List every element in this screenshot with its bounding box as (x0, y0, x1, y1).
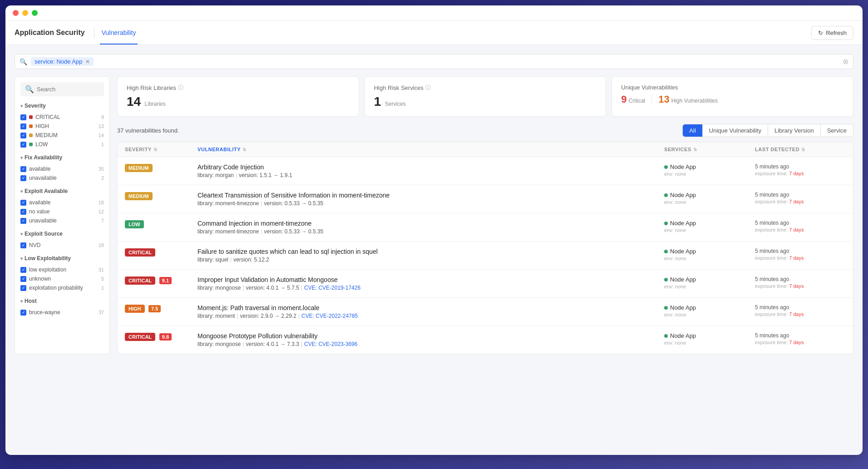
severity-section-title[interactable]: ▾ Severity (20, 103, 104, 109)
view-tab-library-version[interactable]: Library Version (768, 124, 821, 137)
cve-link[interactable]: CVE: CVE-2022-24785 (301, 313, 358, 319)
services-sort-icon: ⇅ (693, 147, 697, 152)
view-tab-all[interactable]: All (683, 124, 702, 137)
vuln-version: version: 0.5.33 → 0.5.35 (264, 228, 324, 235)
critical-label: CRITICAL (35, 114, 60, 120)
view-tabs: All Unique Vulnerability Library Version… (682, 124, 853, 137)
stats-row: High Risk Libraries ⓘ 14 Libraries High … (117, 76, 853, 117)
uv-high-label: High Vulnerabilities (671, 98, 718, 104)
exploit-section-title[interactable]: ▾ Exploit Available (20, 188, 104, 194)
content-area: 🔍 ▾ Severity CRITICAL (15, 76, 853, 354)
uv-high: 13 High Vulnerabilities (658, 94, 718, 105)
libraries-label: Libraries (145, 101, 166, 107)
nvd-label: NVD (29, 242, 40, 248)
row5-vuln: Improper Input Validation in Automattic … (197, 276, 664, 291)
fix-unavailable-checkbox[interactable] (20, 175, 26, 181)
vuln-table: SEVERITY ⇅ VULNERABILITY ⇅ SERVICES ⇅ LA… (117, 142, 853, 354)
table-row[interactable]: MEDIUM Arbitrary Code Injection library:… (118, 157, 853, 185)
vuln-version: version: 0.5.33 → 0.5.35 (264, 200, 324, 207)
service-name: Node App (664, 304, 755, 311)
low-exploit-section-title[interactable]: ▾ Low Exploitability (20, 255, 104, 262)
maximize-dot[interactable] (32, 10, 38, 16)
minimize-dot[interactable] (22, 10, 28, 16)
exploit-unavailable-checkbox[interactable] (20, 218, 26, 224)
view-tab-service[interactable]: Service (821, 124, 853, 137)
exposure-time: exposure time: 7 days (755, 199, 846, 204)
fix-available-checkbox[interactable] (20, 166, 26, 172)
exploit-chevron: ▾ (20, 189, 23, 194)
unique-vulns-title-text: Unique Vulnerabilities (621, 84, 678, 91)
table-row[interactable]: CRITICAL 9.1 Improper Input Validation i… (118, 270, 853, 298)
table-row[interactable]: CRITICAL Failure to sanitize quotes whic… (118, 242, 853, 270)
vuln-name: Improper Input Validation in Automattic … (197, 276, 664, 283)
filter-section-low-exploit: ▾ Low Exploitability low exploitation 31 (20, 255, 104, 292)
table-row[interactable]: LOW Command Injection in moment-timezone… (118, 213, 853, 242)
row3-service: Node App env: none (664, 220, 755, 233)
exploit-available-checkbox[interactable] (20, 200, 26, 206)
filter-section-host: ▾ Host bruce-wayne 37 (20, 298, 104, 317)
detected-time: 5 minutes ago (755, 163, 846, 170)
vuln-meta: library: moment-timezone | version: 0.5.… (197, 228, 664, 235)
row1-service: Node App env: none (664, 163, 755, 177)
nvd-checkbox[interactable] (20, 242, 26, 248)
critical-dot (29, 115, 33, 119)
vuln-version: version: 4.0.1 → 5.7.5 (246, 285, 299, 291)
header-divider (94, 27, 94, 38)
service-status-dot (664, 334, 668, 338)
fix-section-title[interactable]: ▾ Fix Availability (20, 154, 104, 161)
source-section-title[interactable]: ▾ Exploit Source (20, 231, 104, 237)
bruce-wayne-left: bruce-wayne (20, 309, 60, 316)
uv-critical: 9 Critical (621, 94, 645, 105)
exploit-novalue-checkbox[interactable] (20, 209, 26, 215)
exposure-time: exposure time: 7 days (755, 283, 846, 289)
row5-detected: 5 minutes ago exposure time: 7 days (755, 276, 846, 289)
search-tag-remove[interactable]: ✕ (85, 59, 90, 65)
host-section-title[interactable]: ▾ Host (20, 298, 104, 304)
results-count: 37 vulnerabilities found. (117, 127, 179, 134)
filter-low-checkbox[interactable] (20, 142, 26, 148)
source-chevron: ▾ (20, 232, 23, 237)
severity-label: Severity (25, 103, 46, 109)
meta-sep2: | (298, 313, 300, 319)
vuln-lib: library: mongoose (197, 341, 241, 347)
fix-unavailable-left: unavailable (20, 175, 57, 181)
view-tab-unique-vuln[interactable]: Unique Vulnerability (703, 124, 768, 137)
unknown-checkbox[interactable] (20, 276, 26, 282)
th-severity[interactable]: SEVERITY ⇅ (125, 147, 197, 152)
th-services[interactable]: SERVICES ⇅ (664, 147, 755, 152)
th-last-detected[interactable]: LAST DETECTED ⇅ (755, 147, 846, 152)
unique-vuln-values: 9 Critical 13 High Vulnerabilities (621, 94, 844, 105)
source-label: Exploit Source (25, 231, 63, 237)
th-vulnerability[interactable]: VULNERABILITY ⇅ (197, 147, 664, 152)
meta-sep: | (236, 172, 237, 178)
table-row[interactable]: MEDIUM Cleartext Transmission of Sensiti… (118, 185, 853, 213)
right-panel: High Risk Libraries ⓘ 14 Libraries High … (117, 76, 853, 354)
uv-critical-label: Critical (629, 98, 646, 104)
row4-severity: CRITICAL (125, 248, 197, 257)
service-env: env: none (664, 227, 755, 233)
filter-unknown: unknown 5 (20, 274, 104, 283)
exploit-available-left: available (20, 199, 50, 206)
filter-medium-checkbox[interactable] (20, 133, 26, 138)
sidebar-search-bar[interactable]: 🔍 (20, 82, 104, 96)
filter-section-source: ▾ Exploit Source NVD 18 (20, 231, 104, 250)
search-main-icon: 🔍 (20, 58, 27, 65)
cve-link[interactable]: CVE: CVE-2023-3696 (304, 341, 357, 347)
table-row[interactable]: CRITICAL 9.8 Mongoose Prototype Pollutio… (118, 326, 853, 354)
service-name: Node App (664, 332, 755, 339)
tab-vulnerability[interactable]: Vulnerability (100, 21, 138, 44)
filter-high-checkbox[interactable] (20, 123, 26, 129)
search-clear-button[interactable]: ⊗ (843, 57, 848, 66)
titlebar (5, 5, 863, 21)
filter-critical-checkbox[interactable] (20, 114, 26, 120)
table-row[interactable]: HIGH 7.5 Moment.js: Path traversal in mo… (118, 298, 853, 326)
cve-link[interactable]: CVE: CVE-2019-17426 (304, 285, 360, 291)
exploit-probability-left: exploitation probability (20, 285, 83, 291)
exploit-probability-checkbox[interactable] (20, 285, 26, 291)
sidebar-search-input[interactable] (37, 86, 99, 93)
close-dot[interactable] (13, 10, 19, 16)
low-exploitation-checkbox[interactable] (20, 267, 26, 273)
refresh-button[interactable]: ↻ Refresh (811, 26, 853, 40)
row2-severity: MEDIUM (125, 192, 197, 200)
bruce-wayne-checkbox[interactable] (20, 310, 26, 316)
